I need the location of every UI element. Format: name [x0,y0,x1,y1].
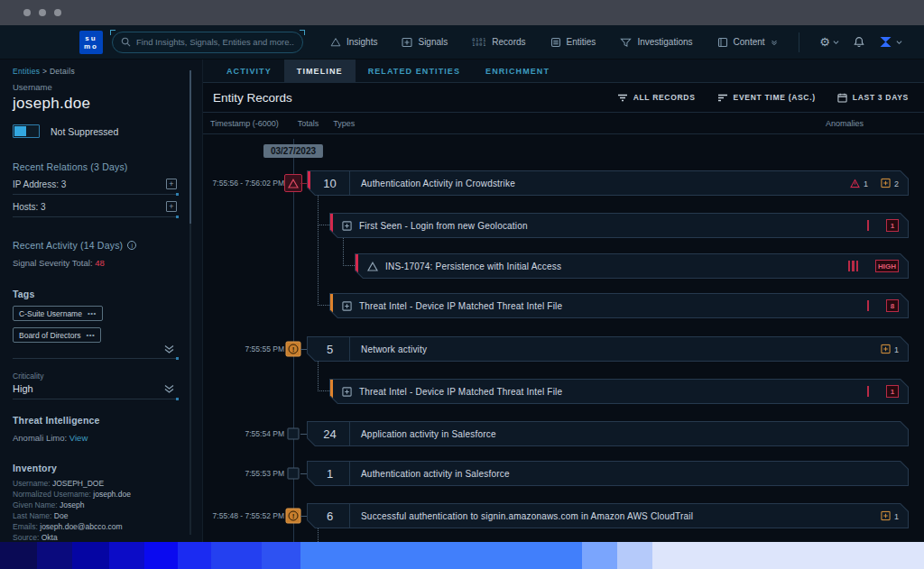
signal-card[interactable]: Threat Intel - Device IP Matched Threat … [329,293,909,318]
record-title: Network activity [361,344,427,354]
expand-ip-button[interactable]: + [166,179,177,189]
column-anomalies: Anomalies [826,119,864,128]
breadcrumb-entities-link[interactable]: Entities [13,67,40,76]
filter-records-button[interactable]: ALL RECORDS [617,93,696,103]
tag-label: C-Suite Username [19,309,82,318]
window-control-minimize[interactable] [39,9,46,16]
nav-item-signals[interactable]: Signals [402,37,448,48]
inv-value: Doe [54,511,69,520]
inventory-field: Last Name: Doe [13,510,177,521]
window-control-close[interactable] [23,9,31,16]
expand-hosts-button[interactable]: + [166,201,177,212]
window-control-maximize[interactable] [54,9,61,16]
inv-key: Username: [13,479,51,488]
tab-related-entities[interactable]: RELATED ENTITIES [356,60,473,82]
signal-count: 1 [894,344,899,353]
record-timestamp: 7:55:53 PM [203,469,284,478]
signal-card[interactable]: Threat Intel - Device IP Matched Threat … [329,379,909,404]
inv-key: Normalized Username: [13,490,91,499]
record-badges: 1 [867,219,900,232]
global-search[interactable] [112,32,303,53]
nav-item-entities[interactable]: Entities [550,37,596,48]
tab-timeline[interactable]: TIMELINE [284,60,356,82]
warning-node-icon[interactable]: ! [286,342,301,357]
signal-count: 2 [894,179,899,188]
threat-intel-view-link[interactable]: View [69,433,88,443]
timeline-node[interactable] [288,428,300,440]
record-badges: HIGH [848,260,900,272]
severity-accent [308,171,310,195]
sort-order-button[interactable]: EVENT TIME (ASC.) [717,93,816,103]
severity-box: HIGH [875,260,899,272]
record-group-card[interactable]: 10 Authentication Activity in Crowdstrik… [307,170,909,196]
sumo-logo[interactable]: sumo [79,31,103,54]
relation-label: Hosts: 3 [13,202,46,212]
warning-node-icon[interactable]: ! [286,509,301,524]
relation-label: IP Address: 3 [13,179,66,189]
criticality-select[interactable]: High [13,381,177,399]
chevron-down-icon [833,40,839,45]
breadcrumb-separator: > [42,67,47,76]
entity-sidebar: Entities > Details Username joseph.doe N… [0,60,203,542]
insight-card[interactable]: INS-17074: Persistence with Initial Acce… [355,253,909,279]
tab-activity[interactable]: ACTIVITY [214,60,284,82]
user-menu-button[interactable] [879,36,902,48]
record-title: Application activity in Salesforce [361,429,496,439]
record-count: 10 [310,171,350,195]
content-icon [717,37,728,48]
nav-item-insights[interactable]: Insights [330,37,377,47]
gradient-segment [582,542,617,569]
nav-item-records[interactable]: 01011001 Records [472,37,525,47]
search-input[interactable] [136,37,294,47]
tag-chip[interactable]: C-Suite Username ••• [13,306,103,321]
record-group-card[interactable]: 6 Successful authentication to signin.am… [307,503,909,528]
tag-menu-icon[interactable]: ••• [88,309,97,317]
time-range-button[interactable]: LAST 3 DAYS [837,93,909,103]
nav-item-investigations[interactable]: Investigations [620,37,692,48]
record-group-card[interactable]: 5 Network activity 1 [307,336,909,362]
notifications-button[interactable] [854,36,864,48]
timeline-node[interactable] [288,468,300,480]
severity-total: Signal Severity Total: 48 [13,258,177,268]
timeline-row-nested: Threat Intel - Device IP Matched Threat … [203,379,924,404]
inventory-heading: Inventory [13,463,177,473]
record-timestamp: 7:55:56 - 7:56:02 PM [203,179,284,188]
tree-connector [318,528,319,542]
gradient-segment [652,542,924,569]
logo-line-1: su [85,34,97,42]
gradient-segment [37,542,72,569]
navbar-utilities: ⚙ [799,32,924,52]
record-group-card[interactable]: 1 Authentication activity in Salesforce [307,461,909,486]
record-count: 6 [310,504,350,528]
page-title: Entity Records [213,91,292,105]
record-group-card[interactable]: 24 Application activity in Salesforce [307,421,909,446]
timeline-row-nested: Threat Intel - Device IP Matched Threat … [203,293,924,318]
tags-expand-button[interactable] [13,343,177,359]
gradient-segment [178,542,211,569]
record-timestamp: 7:55:54 PM [203,429,284,438]
sidebar-scrollbar-thumb[interactable] [189,70,191,224]
chevron-down-icon [896,40,902,45]
record-title: Authentication Activity in Crowdstrike [361,179,515,188]
nav-label: Insights [346,37,377,47]
severity-accent [330,294,333,317]
tag-chip[interactable]: Board of Directors ••• [13,327,101,343]
nav-item-content[interactable]: Content [717,37,778,48]
record-timestamp: 7:55:48 - 7:55:52 PM [203,511,284,520]
suppression-toggle[interactable] [13,124,40,138]
avatar-logo-icon [879,36,892,48]
exclamation-icon: ! [289,511,299,521]
gradient-segment [72,542,109,569]
window-titlebar [0,0,924,25]
tag-menu-icon[interactable]: ••• [87,331,96,339]
logo-line-2: mo [84,42,98,50]
footer-gradient [0,542,924,569]
signal-count-badge: 2 [881,179,899,188]
tab-enrichment[interactable]: ENRICHMENT [473,60,562,82]
gradient-segment [617,542,652,569]
anomaly-node-icon[interactable] [284,174,302,192]
double-chevron-icon [163,344,175,354]
settings-button[interactable]: ⚙ [819,35,839,49]
info-icon[interactable]: i [127,241,136,250]
signal-card[interactable]: First Seen - Login from new Geolocation … [329,213,909,238]
